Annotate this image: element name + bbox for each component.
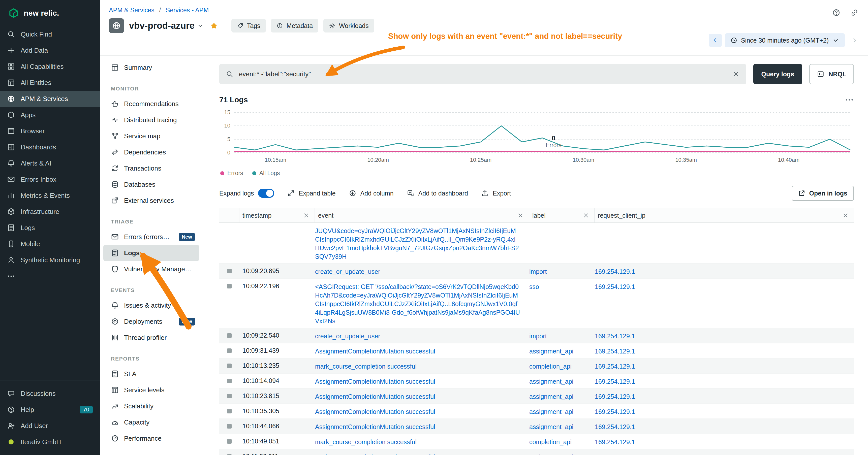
logs-chart-container[interactable]: 05101510:15am10:20am10:25am10:30am10:35a…: [219, 109, 854, 167]
log-ip-link[interactable]: 169.254.129.1: [595, 346, 635, 356]
clear-query-icon[interactable]: [732, 70, 740, 78]
log-label-link[interactable]: import: [529, 331, 547, 340]
sidebar-item-mobile[interactable]: Mobile: [0, 236, 100, 252]
log-event-link[interactable]: AssignmentCompletionMutation successful: [315, 407, 435, 416]
favorite-star-icon[interactable]: [210, 22, 218, 30]
log-label-link[interactable]: assignment_api: [529, 452, 574, 455]
log-ip-link[interactable]: 169.254.129.1: [595, 452, 635, 455]
log-event-link[interactable]: <ASGIRequest: GET '/sso/callback/?state=…: [315, 282, 520, 325]
log-label-link[interactable]: assignment_api: [529, 346, 574, 356]
subnav-item-external-services[interactable]: External services: [103, 193, 199, 208]
row-select-marker[interactable]: [227, 349, 231, 353]
row-select-marker[interactable]: [227, 363, 231, 368]
sidebar-item-synthetic-monitoring[interactable]: Synthetic Monitoring: [0, 252, 100, 268]
log-row-import[interactable]: 10:09:20.895 create_or_update_user impor…: [219, 264, 854, 279]
chip-tags[interactable]: Tags: [231, 19, 266, 32]
subnav-item-deployments[interactable]: Deployments New: [103, 314, 199, 329]
log-ip-link[interactable]: 169.254.129.1: [595, 331, 635, 340]
sidebar-item-browser[interactable]: Browser: [0, 123, 100, 139]
log-event-link[interactable]: mark_course_completion successful: [315, 436, 416, 446]
row-select-marker[interactable]: [227, 424, 231, 428]
subnav-item-databases[interactable]: Databases: [103, 176, 199, 193]
log-label-link[interactable]: completion_api: [529, 436, 571, 446]
log-ip-link[interactable]: 169.254.129.1: [595, 436, 635, 446]
time-range-button[interactable]: Since 30 minutes ago (GMT+2): [725, 33, 845, 47]
sidebar-item-apm-services[interactable]: APM & Services: [0, 91, 100, 107]
log-row-assignment-api[interactable]: 10:10:14.094 AssignmentCompletionMutatio…: [219, 373, 854, 389]
subnav-item-dependencies[interactable]: Dependencies: [103, 144, 199, 160]
log-event-link[interactable]: AssignmentCompletionMutation successful: [315, 346, 435, 356]
sidebar-item-all-capabilities[interactable]: All Capabilities: [0, 59, 100, 74]
remove-column-icon[interactable]: [303, 212, 310, 219]
log-row-completion-api[interactable]: 10:10:49.051 mark_course_completion succ…: [219, 434, 854, 449]
query-logs-button[interactable]: Query logs: [753, 64, 803, 84]
open-in-logs-button[interactable]: Open in logs: [792, 186, 854, 201]
subnav-item-scalability[interactable]: Scalability: [103, 398, 199, 414]
remove-column-icon[interactable]: [583, 212, 589, 219]
log-event-link[interactable]: AssignmentCompletionMutation successful: [315, 376, 435, 386]
log-label-link[interactable]: assignment_api: [529, 391, 574, 401]
subnav-item-performance[interactable]: Performance: [103, 430, 199, 447]
log-row[interactable]: JUQVU&code=eyJraWQiOiJjcGltY29yZV8wOTl1M…: [219, 223, 854, 264]
log-ip-link[interactable]: 169.254.129.1: [595, 361, 635, 370]
log-ip-link[interactable]: 169.254.129.1: [595, 391, 635, 401]
log-event-link[interactable]: create_or_update_user: [315, 331, 380, 340]
toolbar-action-add-to-dashboard[interactable]: Add to dashboard: [407, 190, 468, 197]
toolbar-action-expand-table[interactable]: Expand table: [287, 190, 336, 197]
sidebar-footer-item-help[interactable]: Help 70: [0, 401, 100, 418]
sidebar-item-add-data[interactable]: Add Data: [0, 42, 100, 59]
remove-column-icon[interactable]: [517, 212, 524, 219]
log-ip-link[interactable]: 169.254.129.1: [595, 407, 635, 416]
row-select-marker[interactable]: [227, 439, 231, 444]
log-row-assignment-api[interactable]: 10:09:31.439 AssignmentCompletionMutatio…: [219, 344, 854, 358]
time-back-button[interactable]: [709, 34, 722, 47]
subnav-item-summary[interactable]: Summary: [103, 60, 199, 75]
sidebar-item-apps[interactable]: Apps: [0, 107, 100, 123]
log-label-link[interactable]: import: [529, 266, 547, 276]
chip-workloads[interactable]: Workloads: [323, 19, 374, 32]
breadcrumb-services-apm[interactable]: Services - APM: [165, 6, 209, 13]
toolbar-action-add-column[interactable]: Add column: [349, 190, 394, 197]
row-select-marker[interactable]: [227, 284, 231, 289]
help-icon[interactable]: [830, 6, 843, 19]
query-input[interactable]: [238, 70, 727, 78]
column-header-event[interactable]: event: [315, 208, 529, 223]
log-label-link[interactable]: completion_api: [529, 361, 571, 370]
log-event-link[interactable]: mark_course_completion successful: [315, 361, 416, 370]
time-forward-button[interactable]: [848, 34, 861, 47]
subnav-item-errors-errors-inb[interactable]: Errors (errors inb... New: [103, 229, 199, 245]
remove-column-icon[interactable]: [842, 212, 849, 219]
log-ip-link[interactable]: 169.254.129.1: [595, 376, 635, 386]
log-label-link[interactable]: assignment_api: [529, 376, 574, 386]
sidebar-item-all-entities[interactable]: All Entities: [0, 74, 100, 91]
subnav-item-distributed-tracing[interactable]: Distributed tracing: [103, 112, 199, 128]
subnav-item-vulnerability-management[interactable]: Vulnerability Management: [103, 261, 199, 277]
legend-item-errors[interactable]: Errors: [220, 170, 243, 176]
log-label-link[interactable]: assignment_api: [529, 407, 574, 416]
log-row-import[interactable]: 10:09:22.540 create_or_update_user impor…: [219, 328, 854, 344]
column-header-request-client-ip[interactable]: request_client_ip: [595, 208, 854, 223]
log-row-sso[interactable]: 10:09:22.196 <ASGIRequest: GET '/sso/cal…: [219, 279, 854, 328]
sidebar-item-quick-find[interactable]: Quick Find: [0, 26, 100, 42]
log-label-link[interactable]: assignment_api: [529, 422, 574, 431]
sidebar-item-metrics-events[interactable]: Metrics & Events: [0, 188, 100, 203]
subnav-item-capacity[interactable]: Capacity: [103, 414, 199, 430]
log-event-link[interactable]: AssignmentCompletionMutation successful: [315, 452, 435, 455]
sidebar-footer-item-iterativ-gmbh[interactable]: Iterativ GmbH: [0, 434, 100, 450]
sidebar-item-logs[interactable]: Logs: [0, 220, 100, 236]
log-event-link[interactable]: AssignmentCompletionMutation successful: [315, 422, 435, 431]
log-row-assignment-api[interactable]: 10:10:35.305 AssignmentCompletionMutatio…: [219, 404, 854, 419]
sidebar-footer-item-add-user[interactable]: Add User: [0, 418, 100, 434]
subnav-item-service-levels[interactable]: Service levels: [103, 382, 199, 398]
log-row-assignment-api[interactable]: 10:10:44.066 AssignmentCompletionMutatio…: [219, 419, 854, 434]
row-select-marker[interactable]: [227, 409, 231, 414]
sidebar-item-errors-inbox[interactable]: Errors Inbox: [0, 171, 100, 188]
log-ip-link[interactable]: 169.254.129.1: [595, 266, 635, 276]
subnav-item-service-map[interactable]: Service map: [103, 128, 199, 144]
row-select-marker[interactable]: [227, 269, 231, 273]
entity-dropdown-icon[interactable]: [197, 23, 204, 29]
subnav-item-issues-activity[interactable]: Issues & activity: [103, 297, 199, 314]
legend-item-all-logs[interactable]: All Logs: [252, 170, 280, 176]
log-event-link[interactable]: JUQVU&code=eyJraWQiOiJjcGltY29yZV8wOTl1M…: [315, 226, 520, 261]
nrql-button[interactable]: NRQL: [809, 64, 854, 84]
